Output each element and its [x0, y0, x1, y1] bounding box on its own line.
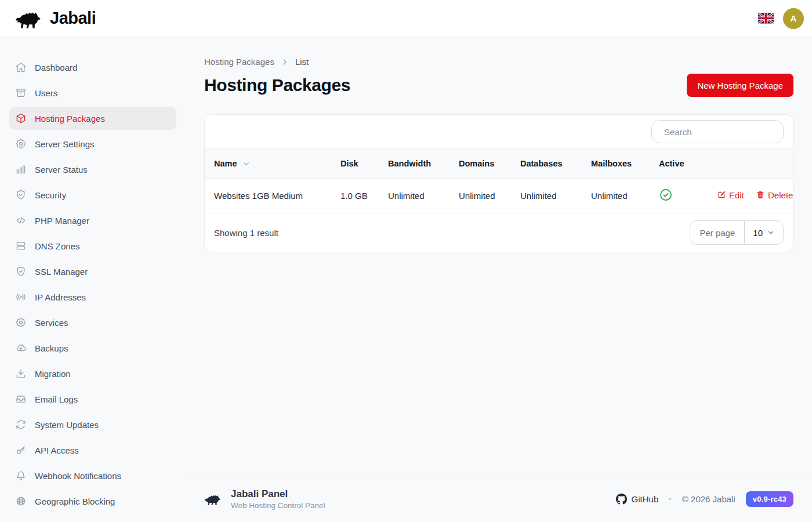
- sidebar-item-dashboard[interactable]: Dashboard: [9, 56, 176, 79]
- column-header-name[interactable]: Name: [205, 149, 331, 179]
- boar-logo-icon: [204, 492, 223, 506]
- users-box-icon: [15, 87, 27, 99]
- sidebar-item-label: Backups: [35, 343, 68, 353]
- cell-disk: 1.0 GB: [331, 179, 379, 213]
- cell-mailboxes: Unlimited: [582, 179, 650, 213]
- sidebar-item-label: Server Settings: [35, 139, 95, 149]
- bar-chart-icon: [15, 164, 27, 175]
- sidebar-item-migration[interactable]: Migration: [9, 362, 176, 385]
- column-header-domains: Domains: [449, 149, 511, 179]
- page-footer: Jabali Panel Web Hosting Control Panel G…: [186, 476, 812, 522]
- inbox-icon: [15, 393, 27, 405]
- sidebar-item-label: Geographic Blocking: [35, 496, 115, 506]
- user-avatar[interactable]: A: [783, 8, 804, 29]
- github-link[interactable]: GitHub: [616, 494, 659, 505]
- hosting-packages-card: Name Disk Bandwidth Domains Databases Ma…: [204, 114, 793, 252]
- chevron-right-icon: [280, 57, 289, 67]
- cell-domains: Unlimited: [449, 179, 511, 213]
- download-icon: [15, 368, 27, 379]
- shield-check-icon: [15, 266, 27, 277]
- search-input[interactable]: [664, 127, 780, 137]
- sidebar-item-label: Email Logs: [35, 394, 78, 404]
- cell-name: Websites 1GB Medium: [205, 179, 331, 213]
- breadcrumb-list: List: [295, 57, 309, 67]
- footer-brand-group: Jabali Panel Web Hosting Control Panel: [204, 488, 325, 510]
- sidebar-item-ssl-manager[interactable]: SSL Manager: [9, 260, 176, 283]
- new-hosting-package-button[interactable]: New Hosting Package: [687, 74, 793, 97]
- sidebar-item-dns-zones[interactable]: DNS Zones: [9, 234, 176, 258]
- column-header-bandwidth: Bandwidth: [379, 149, 449, 179]
- sidebar-item-label: PHP Manager: [35, 216, 89, 226]
- sidebar: Dashboard Users Hosting Packages Server …: [0, 37, 186, 522]
- boar-logo-icon: [15, 8, 44, 29]
- server-stack-icon: [15, 240, 27, 252]
- search-box: [651, 120, 784, 143]
- sidebar-item-php-manager[interactable]: PHP Manager: [9, 209, 176, 232]
- bell-icon: [15, 470, 27, 481]
- footer-meta-group: GitHub • © 2026 Jabali v0.9-rc43: [616, 491, 793, 507]
- table-row: Websites 1GB Medium 1.0 GB Unlimited Unl…: [205, 179, 793, 213]
- sidebar-item-backups[interactable]: Backups: [9, 336, 176, 360]
- delete-button[interactable]: Delete: [756, 190, 793, 200]
- refresh-icon: [15, 419, 27, 430]
- github-icon: [616, 494, 627, 505]
- brand-logo[interactable]: Jabali: [15, 8, 96, 29]
- globe-icon: [15, 495, 27, 507]
- broadcast-icon: [15, 291, 27, 303]
- results-count: Showing 1 result: [214, 228, 278, 238]
- card-footer: Showing 1 result Per page 10: [205, 213, 793, 252]
- sidebar-item-label: SSL Manager: [35, 267, 88, 277]
- code-icon: [15, 215, 27, 226]
- breadcrumb: Hosting Packages List: [204, 57, 793, 67]
- sidebar-item-geographic-blocking[interactable]: Geographic Blocking: [9, 490, 176, 513]
- sidebar-item-server-status[interactable]: Server Status: [9, 158, 176, 181]
- check-circle-icon: [659, 188, 673, 202]
- trash-icon: [756, 190, 765, 200]
- edit-pencil-icon: [717, 190, 726, 200]
- sidebar-item-api-access[interactable]: API Access: [9, 438, 176, 462]
- edit-button[interactable]: Edit: [717, 190, 744, 200]
- sidebar-item-label: Dashboard: [35, 63, 77, 72]
- packages-table: Name Disk Bandwidth Domains Databases Ma…: [205, 148, 793, 213]
- sidebar-item-security[interactable]: Security: [9, 183, 176, 206]
- page-title: Hosting Packages: [204, 75, 350, 95]
- sidebar-item-email-logs[interactable]: Email Logs: [9, 387, 176, 411]
- table-header-row: Name Disk Bandwidth Domains Databases Ma…: [205, 149, 793, 179]
- sidebar-item-label: Server Status: [35, 165, 88, 175]
- sidebar-item-ip-addresses[interactable]: IP Addresses: [9, 285, 176, 309]
- per-page-control: Per page 10: [690, 220, 784, 245]
- sidebar-item-label: Migration: [35, 369, 71, 379]
- breadcrumb-hosting-packages[interactable]: Hosting Packages: [204, 57, 274, 67]
- card-toolbar: [205, 115, 793, 148]
- top-navbar: Jabali A: [0, 0, 812, 37]
- sidebar-item-label: Webhook Notifications: [35, 471, 121, 481]
- footer-brand-name: Jabali Panel: [231, 488, 325, 500]
- language-flag-uk[interactable]: [758, 13, 774, 24]
- sidebar-item-system-updates[interactable]: System Updates: [9, 413, 176, 436]
- sidebar-item-services[interactable]: Services: [9, 311, 176, 334]
- column-header-active: Active: [650, 149, 708, 179]
- sidebar-item-label: Security: [35, 190, 66, 200]
- shield-check-icon: [15, 189, 27, 201]
- dot-separator: •: [669, 495, 672, 503]
- sidebar-item-label: IP Addresses: [35, 292, 86, 302]
- sidebar-item-label: DNS Zones: [35, 241, 80, 251]
- cell-active: [650, 179, 708, 213]
- per-page-label: Per page: [690, 221, 745, 244]
- sort-chevron-down-icon: [242, 160, 251, 168]
- column-header-mailboxes: Mailboxes: [582, 149, 650, 179]
- sidebar-item-server-settings[interactable]: Server Settings: [9, 132, 176, 155]
- sidebar-item-webhook-notifications[interactable]: Webhook Notifications: [9, 464, 176, 487]
- copyright-text: © 2026 Jabali: [682, 494, 735, 504]
- cube-icon: [15, 113, 27, 124]
- chevron-down-icon: [767, 229, 775, 237]
- gear-icon: [15, 317, 27, 328]
- cell-databases: Unlimited: [511, 179, 582, 213]
- sidebar-item-label: Hosting Packages: [35, 114, 105, 124]
- sidebar-item-users[interactable]: Users: [9, 81, 176, 104]
- sidebar-item-label: Users: [35, 88, 57, 98]
- footer-brand-text: Jabali Panel Web Hosting Control Panel: [231, 488, 325, 510]
- sidebar-item-hosting-packages[interactable]: Hosting Packages: [9, 107, 176, 130]
- column-header-actions: [708, 149, 793, 179]
- per-page-select[interactable]: 10: [745, 221, 783, 244]
